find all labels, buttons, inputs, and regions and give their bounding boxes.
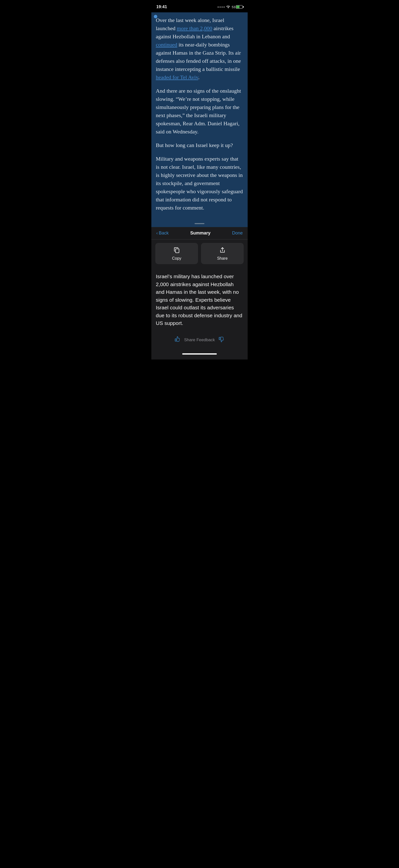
- feedback-label: Share Feedback: [184, 338, 215, 342]
- signal-icon: [218, 6, 225, 8]
- thumbs-down-icon[interactable]: [218, 336, 225, 344]
- copy-button[interactable]: Copy: [155, 243, 198, 264]
- home-bar: [182, 353, 217, 354]
- scroll-indicator: [195, 223, 204, 224]
- article-content: Over the last week alone, Israel launche…: [152, 12, 247, 227]
- share-icon: [219, 247, 226, 255]
- share-label: Share: [217, 256, 228, 261]
- summary-section: Israel’s military has launched over 2,00…: [152, 268, 247, 331]
- copy-icon: [174, 247, 180, 255]
- nav-bar: ‹ Back Summary Done: [152, 227, 247, 240]
- article-paragraph-3: But how long can Israel keep it up?: [156, 141, 243, 149]
- thumbs-up-icon[interactable]: [174, 336, 181, 344]
- article-paragraph-2: And there are no signs of the onslaught …: [156, 87, 243, 136]
- summary-text: Israel’s military has launched over 2,00…: [156, 273, 243, 327]
- done-button[interactable]: Done: [232, 230, 243, 236]
- battery-percent: 53: [232, 5, 235, 9]
- status-icons: 53: [218, 5, 243, 9]
- selection-indicator: [154, 15, 157, 18]
- nav-title: Summary: [190, 230, 210, 236]
- back-label: Back: [159, 230, 169, 236]
- article-text: Over the last week alone, Israel launche…: [156, 16, 243, 212]
- battery-icon: 53: [232, 5, 243, 9]
- chevron-left-icon: ‹: [156, 230, 158, 236]
- copy-label: Copy: [172, 256, 181, 261]
- link-more-than-2000[interactable]: more than 2,000: [177, 25, 212, 31]
- action-buttons: Copy Share: [152, 240, 247, 268]
- status-time: 19:41: [156, 4, 167, 9]
- wifi-icon: [226, 5, 230, 9]
- back-button[interactable]: ‹ Back: [156, 230, 169, 236]
- link-continued[interactable]: continued: [156, 41, 177, 48]
- status-bar: 19:41 53: [152, 0, 247, 12]
- home-indicator: [152, 351, 247, 360]
- feedback-section: Share Feedback: [152, 331, 247, 351]
- link-headed-for-tel-aviv[interactable]: headed for Tel Aviv: [156, 74, 198, 80]
- article-paragraph-4: Military and weapons experts say that is…: [156, 155, 243, 212]
- share-button[interactable]: Share: [201, 243, 244, 264]
- svg-rect-0: [175, 249, 179, 253]
- article-paragraph-1: Over the last week alone, Israel launche…: [156, 16, 243, 81]
